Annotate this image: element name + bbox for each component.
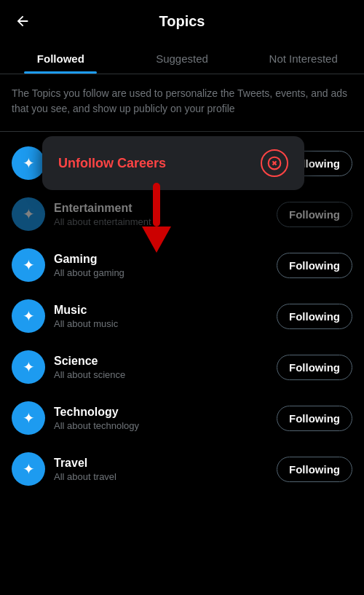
- following-button-science[interactable]: Following: [277, 355, 352, 380]
- topic-name-technology: Technology: [54, 406, 277, 419]
- topic-item-careers: ✦ Careers All about careers Following Un…: [0, 138, 364, 189]
- unfollow-icon: [261, 149, 288, 177]
- topic-icon-careers: ✦: [23, 154, 35, 172]
- page-title: Topics: [159, 13, 205, 30]
- topic-sub-gaming: All about gaming: [54, 267, 277, 278]
- topic-icon-gaming: ✦: [23, 256, 35, 274]
- topic-icon-technology: ✦: [23, 409, 35, 427]
- topic-list: ✦ Careers All about careers Following Un…: [0, 132, 364, 500]
- topic-info-technology: Technology All about technology: [54, 406, 277, 431]
- topic-icon-entertainment: ✦: [23, 205, 35, 223]
- topic-name-travel: Travel: [54, 457, 277, 470]
- topic-item-music: ✦ Music All about music Following: [0, 291, 364, 342]
- tab-not-interested[interactable]: Not Interested: [242, 42, 364, 74]
- following-button-entertainment[interactable]: Following: [277, 202, 352, 227]
- topic-sub-travel: All about travel: [54, 471, 277, 482]
- topic-info-music: Music All about music: [54, 304, 277, 329]
- arrow-shaft: [153, 183, 160, 226]
- back-button[interactable]: [12, 10, 33, 32]
- following-button-technology[interactable]: Following: [277, 406, 352, 431]
- topic-avatar-careers: ✦: [12, 146, 45, 180]
- topic-icon-music: ✦: [23, 307, 35, 325]
- topic-icon-travel: ✦: [23, 460, 35, 478]
- topic-item-technology: ✦ Technology All about technology Follow…: [0, 393, 364, 444]
- topic-name-science: Science: [54, 355, 277, 368]
- topic-avatar-music: ✦: [12, 299, 45, 333]
- unfollow-tooltip: Unfollow Careers: [42, 136, 304, 190]
- topic-item-entertainment: ✦ Entertainment All about entertainment …: [0, 189, 364, 240]
- arrow-pointer: [142, 180, 171, 253]
- topic-avatar-science: ✦: [12, 350, 45, 384]
- topic-icon-science: ✦: [23, 358, 35, 376]
- tabs-bar: Followed Suggested Not Interested: [0, 42, 364, 74]
- topic-sub-technology: All about technology: [54, 420, 277, 431]
- topic-item-gaming: ✦ Gaming All about gaming Following: [0, 240, 364, 291]
- following-button-gaming[interactable]: Following: [277, 253, 352, 278]
- topic-sub-music: All about music: [54, 318, 277, 329]
- topic-avatar-travel: ✦: [12, 452, 45, 486]
- following-button-travel[interactable]: Following: [277, 457, 352, 482]
- following-button-music[interactable]: Following: [277, 304, 352, 329]
- topic-name-music: Music: [54, 304, 277, 317]
- topic-info-gaming: Gaming All about gaming: [54, 253, 277, 278]
- arrow-head: [142, 226, 171, 253]
- topic-avatar-entertainment: ✦: [12, 197, 45, 231]
- topic-info-travel: Travel All about travel: [54, 457, 277, 482]
- topic-avatar-technology: ✦: [12, 401, 45, 435]
- topic-name-gaming: Gaming: [54, 253, 277, 266]
- topic-item-travel: ✦ Travel All about travel Following: [0, 444, 364, 494]
- topic-item-science: ✦ Science All about science Following: [0, 342, 364, 393]
- topic-info-science: Science All about science: [54, 355, 277, 380]
- back-arrow-icon: [15, 13, 31, 29]
- unfollow-tooltip-text: Unfollow Careers: [58, 156, 166, 171]
- tab-suggested[interactable]: Suggested: [122, 42, 243, 74]
- tab-followed[interactable]: Followed: [0, 42, 122, 74]
- topic-avatar-gaming: ✦: [12, 248, 45, 282]
- topic-sub-science: All about science: [54, 369, 277, 380]
- description-text: The Topics you follow are used to person…: [0, 74, 364, 132]
- header: Topics: [0, 0, 364, 42]
